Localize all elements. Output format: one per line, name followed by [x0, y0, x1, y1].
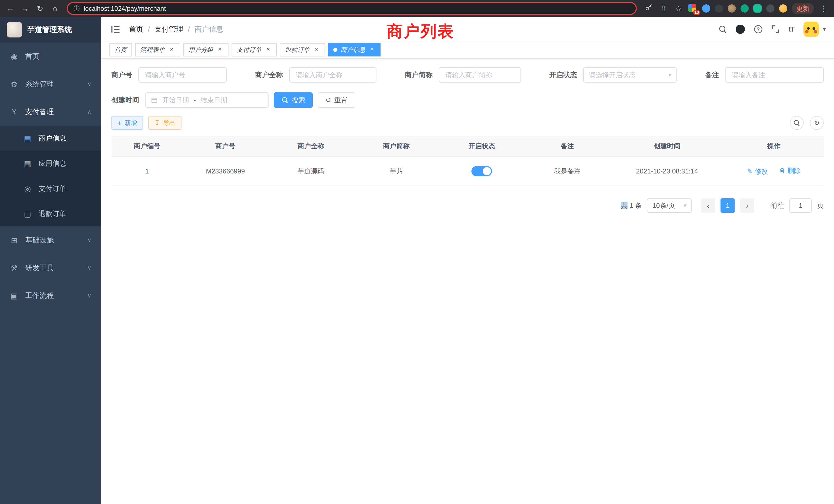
edit-link[interactable]: ✎ 修改 — [747, 167, 768, 176]
create-time-range-picker[interactable]: 开始日期 - 结束日期 — [145, 92, 269, 108]
tab-home[interactable]: 首页 — [109, 43, 132, 56]
bookmark-star-icon[interactable]: ☆ — [673, 4, 683, 13]
cell-merchant-id: 1 — [111, 157, 182, 186]
table-row: 1 M233666999 芋道源码 芋艿 我是备注 2021-10-23 08:… — [111, 157, 824, 186]
goto-page-input[interactable] — [789, 198, 812, 213]
site-info-icon[interactable]: ⓘ — [73, 4, 80, 13]
page-content: 商户号 商户全称 商户简称 开启状态 请选择开启状态 ▾ — [101, 59, 834, 504]
close-icon[interactable]: × — [313, 46, 320, 53]
add-button[interactable]: + 新增 — [111, 116, 143, 130]
merchant-short-input[interactable] — [439, 67, 521, 83]
sidebar-item-label: 支付订单 — [39, 184, 66, 193]
merchant-no-input[interactable] — [138, 67, 227, 83]
search-icon[interactable] — [719, 26, 726, 33]
breadcrumb-payment[interactable]: 支付管理 — [155, 24, 183, 34]
close-icon[interactable]: × — [368, 46, 375, 53]
sidebar-item-system[interactable]: ⚙ 系统管理 ∨ — [0, 70, 101, 98]
chevron-down-icon: ∨ — [87, 237, 91, 244]
status-toggle[interactable] — [471, 166, 492, 176]
date-range-separator: - — [194, 96, 196, 104]
share-icon[interactable]: ⇧ — [658, 4, 668, 13]
font-size-icon[interactable]: tT — [789, 25, 794, 33]
home-icon[interactable]: ⌂ — [50, 4, 60, 13]
chevron-down-icon: ∨ — [87, 81, 91, 88]
search-button-label: 搜索 — [292, 96, 305, 105]
dashboard-icon: ◉ — [10, 52, 19, 61]
caret-down-icon[interactable]: ▾ — [823, 26, 826, 32]
search-button[interactable]: 搜索 — [274, 92, 313, 108]
tab-refund-order[interactable]: 退款订单 × — [280, 43, 325, 56]
sidebar-item-merchant-info[interactable]: ▤ 商户信息 — [0, 126, 101, 151]
page-size-value: 10条/页 — [653, 201, 675, 210]
refresh-table-button[interactable]: ↻ — [810, 116, 824, 130]
tab-pay-order[interactable]: 支付订单 × — [232, 43, 277, 56]
extension-green-square-icon[interactable] — [753, 4, 762, 13]
sidebar-item-label: 退款订单 — [39, 209, 66, 219]
fullscreen-icon[interactable] — [772, 25, 779, 33]
extension-green-icon[interactable] — [741, 4, 749, 13]
tab-label: 退款订单 — [285, 46, 310, 54]
top-navbar: 首页 / 支付管理 / 商户信息 商户列表 ? tT ▾ — [101, 17, 834, 42]
next-page-button[interactable]: › — [740, 198, 754, 213]
merchant-name-input[interactable] — [289, 67, 376, 83]
sidebar-item-devtools[interactable]: ⚒ 研发工具 ∨ — [0, 254, 101, 282]
extension-badge: 10 — [693, 10, 700, 15]
browser-chrome: ← → ↻ ⌂ ⓘ localhost:1024/pay/merchant ⇧ … — [0, 0, 834, 17]
column-header: 操作 — [724, 136, 824, 157]
breadcrumb-home[interactable]: 首页 — [129, 24, 143, 34]
close-icon[interactable]: × — [168, 46, 175, 53]
app-logo[interactable]: 芋道管理系统 — [0, 17, 101, 43]
chevron-up-icon: ∧ — [87, 109, 91, 115]
reset-button[interactable]: ↺ 重置 — [318, 92, 355, 108]
sidebar-item-pay-order[interactable]: ◎ 支付订单 — [0, 176, 101, 201]
merchant-no-label: 商户号 — [111, 70, 132, 79]
sidebar-item-workflow[interactable]: ▣ 工作流程 ∨ — [0, 282, 101, 310]
extension-pinwheel-icon[interactable] — [766, 4, 774, 13]
key-icon[interactable] — [643, 4, 654, 13]
help-icon[interactable]: ? — [754, 25, 762, 33]
extension-dark-icon[interactable] — [715, 4, 723, 13]
sidebar-item-infra[interactable]: ⊞ 基础设施 ∨ — [0, 226, 101, 254]
user-avatar[interactable] — [804, 22, 819, 37]
extension-drop-icon[interactable] — [702, 4, 710, 13]
refund-doc-icon: ▢ — [23, 209, 32, 219]
browser-menu-kebab-icon[interactable]: ⋮ — [818, 4, 829, 13]
sidebar-item-app-info[interactable]: ▦ 应用信息 — [0, 151, 101, 176]
merchant-name-label: 商户全称 — [255, 70, 283, 79]
export-button[interactable]: ↧ 导出 — [148, 116, 181, 130]
page-1-button[interactable]: 1 — [721, 198, 735, 213]
delete-link[interactable]: 删除 — [779, 166, 800, 175]
browser-update-button[interactable]: 更新 — [792, 3, 814, 14]
sidebar-item-payment[interactable]: ¥ 支付管理 ∧ — [0, 98, 101, 126]
page-size-select[interactable]: 10条/页 ▾ — [647, 198, 692, 213]
close-icon[interactable]: × — [216, 46, 223, 53]
close-icon[interactable]: × — [264, 46, 272, 53]
navbar-actions: ? tT ▾ — [719, 22, 826, 37]
caret-down-icon: ▾ — [668, 72, 671, 78]
forward-icon[interactable]: → — [20, 4, 30, 13]
tab-merchant-info[interactable]: 商户信息 × — [328, 43, 380, 56]
caret-down-icon: ▾ — [683, 202, 686, 209]
tab-user-group[interactable]: 用户分组 × — [183, 43, 228, 56]
sidebar-item-label: 应用信息 — [39, 159, 66, 168]
address-bar[interactable]: ⓘ localhost:1024/pay/merchant — [67, 2, 637, 15]
remark-input[interactable] — [725, 67, 824, 83]
filter-row-1: 商户号 商户全称 商户简称 开启状态 请选择开启状态 ▾ — [111, 67, 824, 83]
app-title: 芋道管理系统 — [27, 25, 72, 35]
sidebar-toggle-icon[interactable] — [109, 24, 122, 35]
sidebar: 芋道管理系统 ◉ 首页 ⚙ 系统管理 ∨ ¥ 支付管理 ∧ ▤ 商户信息 ▦ 应… — [0, 17, 101, 504]
github-icon[interactable] — [736, 25, 745, 34]
toggle-search-button[interactable] — [790, 116, 804, 130]
column-header: 商户简称 — [354, 136, 439, 157]
reload-icon[interactable]: ↻ — [35, 4, 45, 13]
sidebar-item-refund-order[interactable]: ▢ 退款订单 — [0, 201, 101, 226]
extension-avatar-icon[interactable] — [728, 4, 736, 13]
extensions-icon[interactable]: 10 — [688, 4, 697, 13]
edit-pencil-icon: ✎ — [747, 167, 753, 176]
sidebar-item-home[interactable]: ◉ 首页 — [0, 43, 101, 70]
back-icon[interactable]: ← — [5, 4, 16, 13]
browser-profile-avatar[interactable] — [779, 4, 787, 13]
status-select[interactable]: 请选择开启状态 ▾ — [583, 67, 677, 83]
prev-page-button[interactable]: ‹ — [701, 198, 716, 213]
tab-process-form[interactable]: 流程表单 × — [135, 43, 180, 56]
